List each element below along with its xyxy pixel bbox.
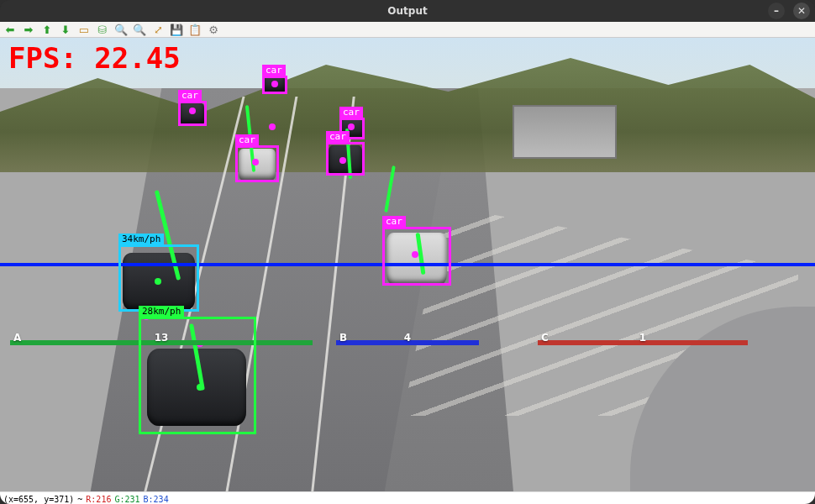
down-arrow-icon[interactable]: ⬇ — [59, 23, 72, 36]
toolbar: ⬅ ➡ ⬆ ⬇ ▭ ⛁ 🔍 🔍 ⤢ 💾 📋 ⚙ — [0, 22, 815, 38]
close-button[interactable]: ✕ — [793, 3, 810, 19]
detection-box: 28km/ph — [139, 317, 256, 434]
zoom-fit-icon[interactable]: ⤢ — [151, 23, 165, 36]
detection-label: car — [326, 131, 350, 142]
centroid-dot — [269, 123, 276, 130]
clipboard-icon[interactable]: 📋 — [188, 23, 202, 36]
pixel-g: G:231 — [114, 495, 139, 504]
pixel-b: B:234 — [144, 495, 169, 504]
camera-icon[interactable]: ▭ — [77, 23, 91, 36]
counter-label: A — [13, 332, 21, 344]
detection-box: car — [262, 76, 287, 94]
detection-label: car — [382, 216, 406, 227]
counter-bar-b: B 4 — [336, 340, 479, 345]
counter-bar-c: C 1 — [538, 340, 748, 345]
detection-label: car — [339, 107, 363, 118]
separator: ~ — [77, 495, 82, 504]
zoom-in-icon[interactable]: 🔍 — [114, 23, 128, 36]
counter-label: B — [339, 332, 347, 344]
fps-overlay: FPS: 22.45 — [8, 41, 181, 75]
detection-box: 34km/ph — [118, 244, 199, 312]
detection-label: car — [235, 134, 259, 145]
pixel-r: R:216 — [86, 495, 111, 504]
counter-value: 1 — [639, 332, 646, 344]
left-arrow-icon[interactable]: ⬅ — [3, 23, 17, 36]
counter-value: 4 — [404, 332, 411, 344]
video-viewport: FPS: 22.45 A 13 B 4 C 1 carcarcarcarcarc… — [0, 38, 815, 491]
right-arrow-icon[interactable]: ➡ — [22, 23, 35, 36]
detection-label: 28km/ph — [139, 306, 184, 317]
settings-icon[interactable]: ⚙ — [207, 23, 220, 36]
cursor-coord: (x=655, y=371) — [3, 495, 74, 504]
zoom-out-icon[interactable]: 🔍 — [133, 23, 146, 36]
save-icon[interactable]: 💾 — [170, 23, 183, 36]
detection-box: car — [235, 145, 279, 182]
detection-box: car — [178, 101, 207, 126]
up-arrow-icon[interactable]: ⬆ — [40, 23, 54, 36]
detection-label: car — [262, 65, 286, 76]
minimize-button[interactable]: – — [768, 3, 785, 19]
window-title: Output — [387, 5, 427, 17]
detection-box: car — [382, 227, 451, 286]
detection-label: car — [178, 90, 202, 101]
disk-icon[interactable]: ⛁ — [96, 23, 109, 36]
titlebar: Output – ✕ — [0, 0, 815, 22]
counter-label: C — [541, 332, 549, 344]
detection-label: 34km/ph — [118, 234, 164, 244]
detection-box: car — [326, 142, 365, 176]
statusbar: (x=655, y=371) ~ R:216 G:231 B:234 — [0, 491, 815, 504]
